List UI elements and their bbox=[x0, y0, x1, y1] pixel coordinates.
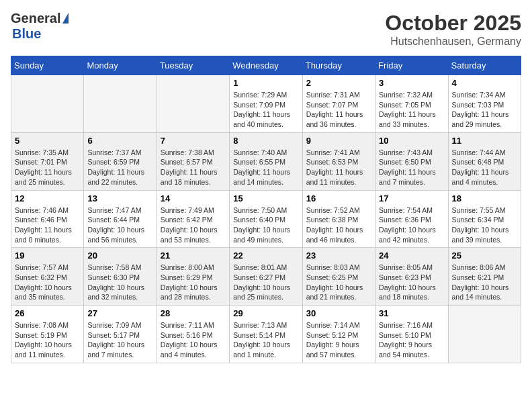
day-number: 20 bbox=[87, 250, 152, 261]
logo-triangle bbox=[62, 13, 69, 24]
day-number: 25 bbox=[452, 250, 517, 261]
day-number: 30 bbox=[306, 308, 371, 318]
calendar-cell: 7Sunrise: 7:38 AM Sunset: 6:57 PM Daylig… bbox=[157, 132, 229, 190]
calendar-cell: 25Sunrise: 8:06 AM Sunset: 6:21 PM Dayli… bbox=[448, 248, 521, 306]
day-info: Sunrise: 7:14 AM Sunset: 5:12 PM Dayligh… bbox=[306, 320, 371, 360]
day-number: 4 bbox=[452, 78, 517, 88]
day-info: Sunrise: 7:32 AM Sunset: 7:05 PM Dayligh… bbox=[379, 90, 444, 130]
day-info: Sunrise: 7:38 AM Sunset: 6:57 PM Dayligh… bbox=[161, 148, 226, 187]
day-number: 8 bbox=[233, 136, 298, 146]
calendar-cell: 28Sunrise: 7:11 AM Sunset: 5:16 PM Dayli… bbox=[157, 306, 229, 363]
calendar-cell: 21Sunrise: 8:00 AM Sunset: 6:29 PM Dayli… bbox=[157, 248, 229, 306]
calendar-week-1: 1Sunrise: 7:29 AM Sunset: 7:09 PM Daylig… bbox=[11, 75, 521, 133]
calendar-cell: 22Sunrise: 8:01 AM Sunset: 6:27 PM Dayli… bbox=[230, 248, 302, 306]
col-header-wednesday: Wednesday bbox=[230, 56, 302, 75]
calendar-cell: 4Sunrise: 7:34 AM Sunset: 7:03 PM Daylig… bbox=[448, 75, 521, 133]
day-info: Sunrise: 7:43 AM Sunset: 6:50 PM Dayligh… bbox=[379, 148, 444, 187]
calendar-cell: 5Sunrise: 7:35 AM Sunset: 7:01 PM Daylig… bbox=[11, 132, 84, 190]
day-number: 7 bbox=[161, 136, 226, 146]
day-number: 10 bbox=[379, 136, 444, 146]
calendar-cell bbox=[11, 75, 84, 133]
calendar-cell bbox=[448, 306, 521, 363]
calendar-cell: 12Sunrise: 7:46 AM Sunset: 6:46 PM Dayli… bbox=[11, 190, 84, 248]
day-number: 5 bbox=[15, 136, 80, 146]
col-header-sunday: Sunday bbox=[11, 56, 84, 75]
day-number: 3 bbox=[379, 78, 444, 88]
calendar-cell: 24Sunrise: 8:05 AM Sunset: 6:23 PM Dayli… bbox=[375, 248, 448, 306]
calendar-cell bbox=[84, 75, 157, 133]
day-number: 27 bbox=[87, 308, 152, 318]
day-number: 31 bbox=[379, 308, 444, 318]
day-info: Sunrise: 7:41 AM Sunset: 6:53 PM Dayligh… bbox=[306, 148, 371, 187]
day-number: 16 bbox=[306, 193, 371, 203]
calendar-cell: 31Sunrise: 7:16 AM Sunset: 5:10 PM Dayli… bbox=[375, 306, 448, 363]
day-info: Sunrise: 8:06 AM Sunset: 6:21 PM Dayligh… bbox=[452, 263, 517, 302]
calendar-cell: 10Sunrise: 7:43 AM Sunset: 6:50 PM Dayli… bbox=[375, 132, 448, 190]
day-number: 13 bbox=[87, 193, 152, 203]
day-info: Sunrise: 7:31 AM Sunset: 7:07 PM Dayligh… bbox=[306, 90, 371, 130]
day-number: 17 bbox=[379, 193, 444, 203]
day-info: Sunrise: 7:13 AM Sunset: 5:14 PM Dayligh… bbox=[233, 320, 298, 360]
day-info: Sunrise: 7:46 AM Sunset: 6:46 PM Dayligh… bbox=[15, 205, 80, 245]
calendar-cell: 18Sunrise: 7:55 AM Sunset: 6:34 PM Dayli… bbox=[448, 190, 521, 248]
day-number: 11 bbox=[452, 136, 517, 146]
day-info: Sunrise: 7:08 AM Sunset: 5:19 PM Dayligh… bbox=[15, 320, 80, 360]
day-number: 28 bbox=[161, 308, 226, 318]
calendar-cell: 6Sunrise: 7:37 AM Sunset: 6:59 PM Daylig… bbox=[84, 132, 157, 190]
day-info: Sunrise: 7:11 AM Sunset: 5:16 PM Dayligh… bbox=[161, 320, 226, 360]
day-number: 14 bbox=[161, 193, 226, 203]
day-info: Sunrise: 7:37 AM Sunset: 6:59 PM Dayligh… bbox=[87, 148, 152, 187]
day-info: Sunrise: 7:34 AM Sunset: 7:03 PM Dayligh… bbox=[452, 90, 517, 130]
day-number: 19 bbox=[15, 250, 80, 261]
calendar-week-5: 26Sunrise: 7:08 AM Sunset: 5:19 PM Dayli… bbox=[11, 306, 521, 363]
day-info: Sunrise: 8:00 AM Sunset: 6:29 PM Dayligh… bbox=[161, 263, 226, 302]
day-info: Sunrise: 7:47 AM Sunset: 6:44 PM Dayligh… bbox=[87, 205, 152, 245]
col-header-tuesday: Tuesday bbox=[157, 56, 229, 75]
calendar-cell: 14Sunrise: 7:49 AM Sunset: 6:42 PM Dayli… bbox=[157, 190, 229, 248]
calendar-week-2: 5Sunrise: 7:35 AM Sunset: 7:01 PM Daylig… bbox=[11, 132, 521, 190]
calendar-cell: 9Sunrise: 7:41 AM Sunset: 6:53 PM Daylig… bbox=[302, 132, 375, 190]
day-info: Sunrise: 7:52 AM Sunset: 6:38 PM Dayligh… bbox=[306, 205, 371, 245]
calendar-cell: 29Sunrise: 7:13 AM Sunset: 5:14 PM Dayli… bbox=[230, 306, 302, 363]
day-info: Sunrise: 8:05 AM Sunset: 6:23 PM Dayligh… bbox=[379, 263, 444, 302]
calendar-header-row: SundayMondayTuesdayWednesdayThursdayFrid… bbox=[11, 56, 521, 75]
day-number: 21 bbox=[161, 250, 226, 261]
day-info: Sunrise: 7:49 AM Sunset: 6:42 PM Dayligh… bbox=[161, 205, 226, 245]
calendar-cell bbox=[157, 75, 229, 133]
day-info: Sunrise: 7:54 AM Sunset: 6:36 PM Dayligh… bbox=[379, 205, 444, 245]
day-number: 26 bbox=[15, 308, 80, 318]
day-info: Sunrise: 8:03 AM Sunset: 6:25 PM Dayligh… bbox=[306, 263, 371, 302]
day-info: Sunrise: 8:01 AM Sunset: 6:27 PM Dayligh… bbox=[233, 263, 298, 302]
col-header-monday: Monday bbox=[84, 56, 157, 75]
day-info: Sunrise: 7:09 AM Sunset: 5:17 PM Dayligh… bbox=[87, 320, 152, 360]
calendar-cell: 1Sunrise: 7:29 AM Sunset: 7:09 PM Daylig… bbox=[230, 75, 302, 133]
calendar-cell: 26Sunrise: 7:08 AM Sunset: 5:19 PM Dayli… bbox=[11, 306, 84, 363]
day-number: 15 bbox=[233, 193, 298, 203]
calendar-cell: 8Sunrise: 7:40 AM Sunset: 6:55 PM Daylig… bbox=[230, 132, 302, 190]
calendar-cell: 3Sunrise: 7:32 AM Sunset: 7:05 PM Daylig… bbox=[375, 75, 448, 133]
calendar-cell: 20Sunrise: 7:58 AM Sunset: 6:30 PM Dayli… bbox=[84, 248, 157, 306]
calendar-cell: 27Sunrise: 7:09 AM Sunset: 5:17 PM Dayli… bbox=[84, 306, 157, 363]
calendar-cell: 16Sunrise: 7:52 AM Sunset: 6:38 PM Dayli… bbox=[302, 190, 375, 248]
logo-blue: Blue bbox=[12, 26, 41, 41]
calendar-week-3: 12Sunrise: 7:46 AM Sunset: 6:46 PM Dayli… bbox=[11, 190, 521, 248]
logo-general: General bbox=[11, 11, 60, 26]
calendar-cell: 2Sunrise: 7:31 AM Sunset: 7:07 PM Daylig… bbox=[302, 75, 375, 133]
col-header-saturday: Saturday bbox=[448, 56, 521, 75]
calendar-cell: 13Sunrise: 7:47 AM Sunset: 6:44 PM Dayli… bbox=[84, 190, 157, 248]
col-header-friday: Friday bbox=[375, 56, 448, 75]
day-number: 22 bbox=[233, 250, 298, 261]
day-number: 2 bbox=[306, 78, 371, 88]
calendar-cell: 11Sunrise: 7:44 AM Sunset: 6:48 PM Dayli… bbox=[448, 132, 521, 190]
day-number: 24 bbox=[379, 250, 444, 261]
calendar-cell: 23Sunrise: 8:03 AM Sunset: 6:25 PM Dayli… bbox=[302, 248, 375, 306]
day-info: Sunrise: 7:16 AM Sunset: 5:10 PM Dayligh… bbox=[379, 320, 444, 360]
calendar-cell: 15Sunrise: 7:50 AM Sunset: 6:40 PM Dayli… bbox=[230, 190, 302, 248]
calendar-cell: 19Sunrise: 7:57 AM Sunset: 6:32 PM Dayli… bbox=[11, 248, 84, 306]
day-info: Sunrise: 7:40 AM Sunset: 6:55 PM Dayligh… bbox=[233, 148, 298, 187]
day-number: 1 bbox=[233, 78, 298, 88]
day-info: Sunrise: 7:29 AM Sunset: 7:09 PM Dayligh… bbox=[233, 90, 298, 130]
day-number: 6 bbox=[87, 136, 152, 146]
month-title: October 2025 bbox=[385, 11, 521, 36]
title-block: October 2025 Hutschenhausen, Germany bbox=[385, 11, 521, 48]
